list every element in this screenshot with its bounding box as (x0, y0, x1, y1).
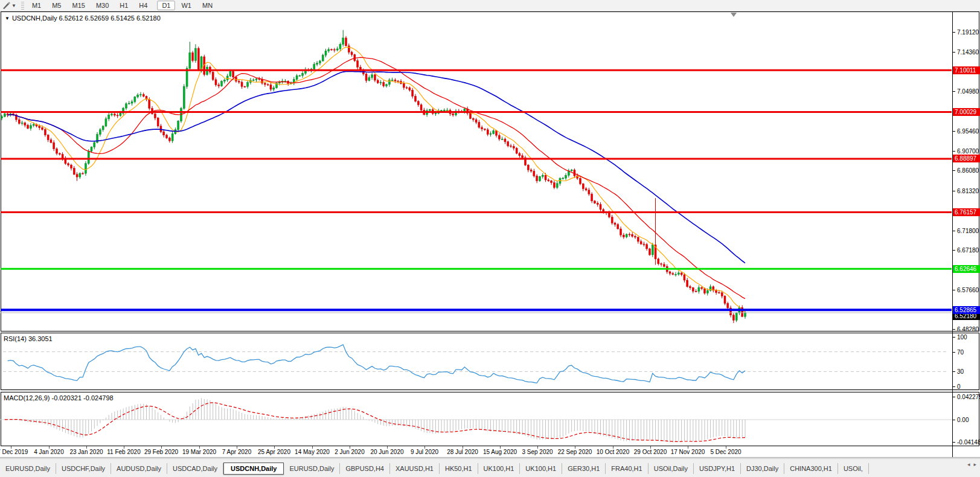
price-line-tag: 6.88897 (953, 155, 980, 162)
price-tick-label: 6.67180 (957, 246, 979, 254)
rsi-chart[interactable] (1, 333, 952, 389)
date-tick-label: 7 Apr 2020 (222, 449, 251, 455)
timeframe-button-d1[interactable]: D1 (157, 1, 175, 10)
chart-tab-usdjpy-h1[interactable]: USDJPY,H1 (694, 463, 741, 474)
date-tick-label: 17 Dec 2019 (0, 449, 28, 455)
chart-tab-eurusd-daily[interactable]: EURUSD,Daily (0, 463, 56, 474)
chart-tab-hk50-h1[interactable]: HK50,H1 (440, 463, 478, 474)
rsi-tick-label: 30 (957, 368, 964, 376)
price-tick-mark (952, 91, 955, 92)
rsi-tick-label: 70 (957, 348, 964, 356)
date-tick-label: 15 Aug 2020 (483, 449, 517, 455)
chart-tab-china300-h1[interactable]: CHINA300,H1 (784, 463, 838, 474)
macd-indicator-label: MACD(12,26,9) -0.020321 -0.024798 (4, 394, 114, 402)
chart-tab-gbpusd-h4[interactable]: GBPUSD,H4 (340, 463, 390, 474)
date-tick-label: 29 Oct 2020 (634, 449, 667, 455)
price-line-tag: 6.62646 (953, 265, 980, 273)
rsi-tick-mark (952, 371, 955, 372)
window-frame-bottom (0, 457, 980, 458)
date-tick-label: 10 Oct 2020 (597, 449, 629, 455)
price-tick-label: 6.71800 (957, 227, 979, 235)
rsi-tick-label: 0 (957, 383, 961, 391)
chart-title[interactable]: ▼USDCNH,Daily 6.52612 6.52659 6.51425 6.… (5, 14, 161, 22)
chart-tab-usdchf-daily[interactable]: USDCHF,Daily (56, 463, 111, 474)
macd-tick-mark (952, 397, 955, 397)
price-tick-label: 6.95460 (957, 127, 979, 135)
date-axis[interactable]: 17 Dec 20194 Jan 202023 Jan 202011 Feb 2… (1, 446, 952, 457)
macd-tick-label: -0.04148 (957, 438, 980, 446)
timeframe-button-m5[interactable]: M5 (47, 1, 66, 10)
chart-tab-xauusd-h1[interactable]: XAUUSD,H1 (390, 463, 440, 474)
timeframe-toolbar: ▼ M1M5M15M30H1H4D1W1MN (0, 0, 980, 11)
chart-tab-usdcnh-daily[interactable]: USDCNH,Daily (223, 463, 284, 475)
price-tick-label: 7.14360 (957, 48, 979, 56)
price-line-tag: 7.10011 (953, 66, 980, 74)
chart-tab-audusd-daily[interactable]: AUDUSD,Daily (111, 463, 167, 474)
price-tick-label: 7.04980 (957, 88, 979, 95)
chart-tab-uk100-h1[interactable]: UK100,H1 (520, 463, 562, 474)
price-line-tag: 6.52865 (953, 306, 980, 314)
price-tick-label: 6.81320 (957, 187, 979, 195)
price-tick-mark (952, 151, 955, 152)
date-tick-label: 5 Dec 2020 (710, 449, 741, 455)
timeframe-button-m1[interactable]: M1 (27, 1, 46, 10)
price-tick-label: 6.57660 (957, 286, 979, 294)
date-tick-label: 23 Jan 2020 (69, 449, 103, 455)
price-tick-mark (952, 191, 955, 191)
chart-tab-usdcad-daily[interactable]: USDCAD,Daily (167, 463, 223, 474)
date-tick-label: 14 May 2020 (295, 449, 330, 455)
rsi-tick-mark (952, 386, 955, 387)
chart-tab-ger30-h1[interactable]: GER30,H1 (562, 463, 606, 474)
timeframe-button-w1[interactable]: W1 (176, 1, 196, 10)
date-tick-label: 29 Feb 2020 (144, 449, 178, 455)
timeframe-button-m30[interactable]: M30 (91, 1, 114, 10)
date-tick-label: 11 Feb 2020 (107, 449, 140, 455)
price-axis-divider (952, 11, 953, 457)
tab-scroll-right-icon[interactable]: ▸ (973, 461, 976, 467)
panel-resize-handle[interactable] (1, 331, 979, 333)
chart-tab-uk100-h1[interactable]: UK100,H1 (478, 463, 520, 474)
date-tick-label: 19 Mar 2020 (182, 449, 216, 455)
rsi-tick-mark (952, 337, 955, 338)
cursor-tool-dropdown[interactable]: ▼ (11, 3, 16, 8)
mt4-terminal: ▼ M1M5M15M30H1H4D1W1MN ▼USDCNH,Daily 6.5… (0, 0, 980, 477)
chart-shift-marker (731, 13, 737, 17)
macd-chart[interactable] (1, 392, 952, 445)
chart-tab-fra40-h1[interactable]: FRA40,H1 (606, 463, 648, 474)
date-tick-label: 20 Jun 2020 (370, 449, 403, 455)
date-tick-label: 22 Sep 2020 (558, 449, 592, 455)
price-line-tag: 6.76157 (953, 208, 980, 216)
timeframe-button-h4[interactable]: H4 (134, 1, 152, 10)
chart-title-text: USDCNH,Daily 6.52612 6.52659 6.51425 6.5… (12, 14, 161, 22)
chart-tab-usoil-[interactable]: USOil, (838, 463, 869, 474)
timeframe-button-h1[interactable]: H1 (115, 1, 133, 10)
timeframe-buttons: M1M5M15M30H1H4D1W1MN (27, 2, 218, 9)
price-tick-mark (952, 329, 955, 330)
date-tick-label: 2 Jun 2020 (335, 449, 365, 455)
candlestick-chart[interactable] (1, 13, 952, 330)
toolbar-grip[interactable] (21, 2, 24, 10)
macd-tick-label: 0.00 (957, 416, 969, 424)
chart-tab-eurusd-daily[interactable]: EURUSD,Daily (284, 463, 340, 474)
chart-tab-usoil-daily[interactable]: USOil,Daily (649, 463, 694, 474)
tab-scroll-arrows: ◂ ▸ (965, 460, 979, 469)
tab-scroll-left-icon[interactable]: ◂ (967, 461, 970, 467)
date-tick-label: 4 Jan 2020 (34, 449, 64, 455)
chart-tab-dj30-daily[interactable]: DJ30,Daily (741, 463, 784, 474)
price-tick-mark (952, 231, 955, 231)
price-tick-mark (952, 250, 955, 251)
timeframe-button-mn[interactable]: MN (197, 1, 217, 10)
price-tick-label: 6.86080 (957, 167, 979, 174)
panel-resize-handle[interactable] (1, 390, 979, 391)
macd-tick-mark (952, 420, 955, 420)
timeframe-button-m15[interactable]: M15 (67, 1, 89, 10)
date-tick-label: 25 Apr 2020 (258, 449, 290, 455)
price-tick-label: 6.48280 (957, 325, 979, 333)
date-tick-label: 3 Sep 2020 (522, 449, 552, 455)
date-tick-label: 17 Nov 2020 (671, 449, 705, 455)
date-tick-label: 9 Jul 2020 (411, 449, 438, 455)
symbol-dropdown-icon[interactable]: ▼ (5, 16, 10, 21)
date-tick-label: 28 Jul 2020 (447, 449, 478, 455)
price-tick-mark (952, 131, 955, 132)
cursor-tool-icon[interactable] (1, 1, 11, 10)
